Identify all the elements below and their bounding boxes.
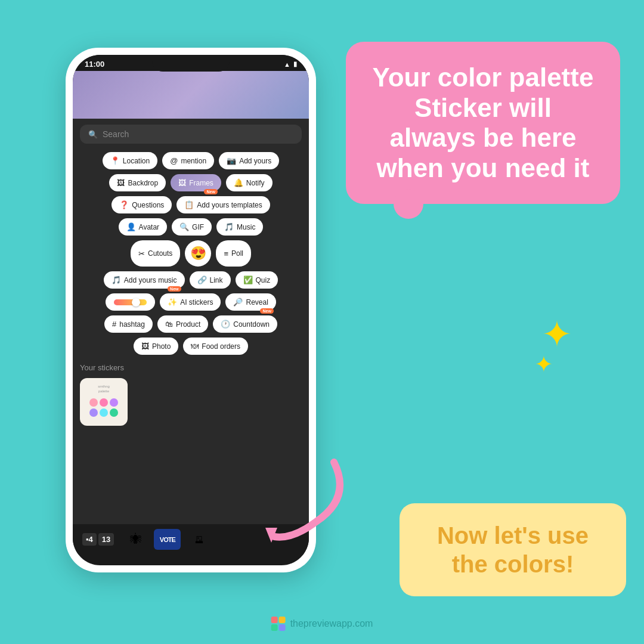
- mention-icon: @: [170, 156, 178, 165]
- sticker-avatar[interactable]: 👤 Avatar: [119, 218, 167, 236]
- logo-dot-1: [271, 617, 278, 623]
- sticker-quiz-label: Quiz: [256, 276, 271, 284]
- sticker-frames-label: Frames: [189, 179, 213, 187]
- sticker-countdown[interactable]: 🕐 Countdown: [213, 315, 277, 333]
- sticker-avatar-label: Avatar: [139, 223, 159, 231]
- sticker-gif-label: GIF: [192, 223, 204, 231]
- color-palette-sticker-thumbnail[interactable]: smthngpalette: [80, 378, 128, 426]
- logo-dot-2: [279, 617, 286, 623]
- sticker-backdrop[interactable]: 🖼 Backdrop: [109, 174, 166, 191]
- sticker-row-5: ✂ Cutouts 😍 ≡ Poll: [80, 240, 302, 267]
- sticker-emoji-face[interactable]: 😍: [185, 240, 211, 267]
- sticker-hashtag-label: hashtag: [119, 320, 145, 329]
- frames-icon: 🖼: [178, 178, 186, 187]
- link-icon: 🔗: [197, 275, 207, 284]
- sticker-notify-label: Notify: [246, 179, 265, 187]
- counter-13: 13: [98, 533, 114, 546]
- sticker-notify[interactable]: 🔔 Notify: [226, 174, 273, 191]
- sticker-add-yours-templates[interactable]: 📋 Add yours templates: [177, 196, 270, 213]
- story-header: [73, 71, 309, 119]
- sticker-quiz[interactable]: ✅ Quiz: [236, 271, 278, 289]
- sticker-add-yours[interactable]: 📷 Add yours: [219, 152, 279, 169]
- questions-icon: ❓: [119, 200, 129, 209]
- sticker-product[interactable]: 🛍 Product: [157, 315, 208, 333]
- sticker-product-label: Product: [176, 320, 200, 329]
- sticker-backdrop-label: Backdrop: [128, 179, 158, 187]
- search-placeholder: Search: [103, 129, 129, 139]
- sticker-questions-label: Questions: [132, 201, 164, 209]
- add-yours-templates-icon: 📋: [184, 200, 194, 209]
- reveal-icon: 🔎: [233, 298, 243, 306]
- sticker-location[interactable]: 📍 Location: [103, 152, 157, 169]
- sticker-poll[interactable]: ≡ Poll: [216, 240, 251, 267]
- emoji-face-icon: 😍: [190, 246, 206, 261]
- sticker-link[interactable]: 🔗 Link: [190, 271, 231, 289]
- poll-icon: ≡: [224, 249, 228, 258]
- sticker-questions[interactable]: ❓ Questions: [112, 196, 172, 213]
- reveal-new-badge: New: [260, 308, 273, 314]
- sticker-music[interactable]: 🎵 Music: [216, 218, 263, 236]
- sticker-row-6: 🎵 Add yours music New 🔗 Link ✅ Quiz: [80, 271, 302, 289]
- sticker-ai-stickers[interactable]: ✨ AI stickers: [160, 293, 221, 311]
- sticker-frames[interactable]: 🖼 Frames New: [171, 174, 221, 191]
- music-new-badge: New: [168, 286, 181, 292]
- ai-stickers-icon: ✨: [168, 298, 177, 306]
- sticker-add-yours-templates-label: Add yours templates: [197, 201, 262, 209]
- attribution: thepreviewapp.com: [271, 617, 373, 631]
- search-bar[interactable]: 🔍 Search: [80, 125, 302, 144]
- food-orders-icon: 🍽: [191, 342, 199, 351]
- avatar-icon: 👤: [126, 222, 136, 231]
- sticker-add-yours-music[interactable]: 🎵 Add yours music New: [104, 271, 185, 289]
- sticker-reveal-label: Reveal: [246, 298, 268, 306]
- sticker-mention[interactable]: @ mention: [162, 152, 214, 169]
- sticker-photo[interactable]: 🖼 Photo: [134, 338, 178, 355]
- sticker-poll-label: Poll: [231, 249, 243, 258]
- bottom-stickers: 🕷 VOTE 🗳: [122, 529, 212, 550]
- status-time: 11:00: [85, 60, 104, 69]
- color-dot-4: [89, 408, 98, 417]
- logo-dot-4: [279, 624, 286, 631]
- sticker-gif[interactable]: 🔍 GIF: [172, 218, 212, 236]
- sticker-countdown-label: Countdown: [233, 320, 270, 329]
- sticker-music-label: Music: [237, 223, 255, 231]
- music-icon: 🎵: [224, 222, 234, 231]
- yellow-bubble-text: Now let's use the colors!: [420, 521, 605, 578]
- battery-icon: ▮: [293, 60, 297, 68]
- gif-icon: 🔍: [179, 222, 189, 231]
- sticker-slider[interactable]: [106, 293, 155, 311]
- phone-notch: [152, 55, 230, 72]
- sparkles-container: ✦ ✦: [541, 316, 572, 376]
- photo-icon: 🖼: [141, 342, 149, 351]
- sticker-row-1: 📍 Location @ mention 📷 Add yours: [80, 152, 302, 169]
- preview-app-logo: [271, 617, 286, 631]
- pink-bubble-text: Your color palette Sticker will always b…: [370, 63, 596, 183]
- right-side-content: Your color palette Sticker will always b…: [346, 42, 620, 228]
- sticker-photo-label: Photo: [152, 342, 171, 351]
- color-dot-1: [89, 398, 98, 407]
- sticker-hashtag[interactable]: # hashtag: [104, 315, 153, 333]
- sticker-mini-text: smthngpalette: [98, 385, 110, 393]
- sticker-link-label: Link: [210, 276, 223, 284]
- frames-new-badge: New: [204, 189, 217, 194]
- add-yours-icon: 📷: [227, 156, 236, 165]
- sticker-grid: 📍 Location @ mention 📷 Add yours: [80, 152, 302, 355]
- sticker-row-9: 🖼 Photo 🍽 Food orders: [80, 338, 302, 355]
- sticker-cutouts[interactable]: ✂ Cutouts: [131, 240, 180, 267]
- notify-icon: 🔔: [234, 178, 243, 187]
- sticker-mention-label: mention: [181, 157, 206, 165]
- sticker-reveal[interactable]: 🔎 Reveal New: [225, 293, 275, 311]
- sticker-row-4: 👤 Avatar 🔍 GIF 🎵 Music: [80, 218, 302, 236]
- color-dot-2: [100, 398, 108, 407]
- sticker-food-orders[interactable]: 🍽 Food orders: [183, 338, 248, 355]
- color-dot-5: [100, 408, 108, 417]
- sticker-row-7: ✨ AI stickers 🔎 Reveal New: [80, 293, 302, 311]
- attribution-text: thepreviewapp.com: [290, 618, 373, 629]
- slider-thumb: [132, 298, 140, 306]
- sticker-food-orders-label: Food orders: [202, 342, 240, 351]
- location-icon: 📍: [110, 156, 120, 165]
- color-dots: [87, 396, 120, 419]
- bottom-sticker-register: 🗳: [185, 529, 212, 550]
- sticker-add-yours-music-label: Add yours music: [124, 276, 177, 284]
- sparkle-big: ✦: [541, 316, 572, 353]
- sparkle-small: ✦: [534, 353, 572, 376]
